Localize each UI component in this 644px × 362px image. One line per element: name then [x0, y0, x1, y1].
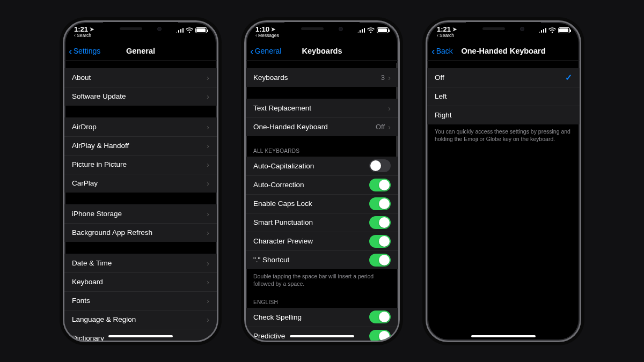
cell-enable-caps-lock[interactable]: Enable Caps Lock: [246, 194, 398, 213]
cell-check-spelling[interactable]: Check Spelling: [246, 308, 398, 327]
settings-group: Keyboards3›: [246, 68, 398, 87]
cell-text-replacement[interactable]: Text Replacement›: [246, 99, 398, 117]
cell-accessory: ›: [207, 277, 209, 286]
cell-label: Software Update: [72, 92, 126, 100]
breadcrumb-back[interactable]: ‹Search: [74, 33, 91, 38]
toggle-predictive[interactable]: [369, 330, 391, 341]
toggle-shortcut[interactable]: [369, 254, 391, 267]
toggle-smart-punctuation[interactable]: [369, 216, 391, 229]
wifi-icon: [548, 27, 556, 33]
location-icon: ➤: [90, 26, 94, 32]
chevron-right-icon: ›: [388, 122, 391, 131]
cell-label: Text Replacement: [253, 104, 311, 112]
cell-group: iPhone Storage›Background App Refresh›: [64, 204, 217, 242]
cell-accessory: [369, 235, 391, 248]
chevron-right-icon: ›: [207, 179, 209, 188]
phone-keyboards: 1:10➤ ‹Messages ‹General Keyboards Keybo…: [244, 20, 400, 342]
home-indicator[interactable]: [471, 335, 536, 337]
settings-content[interactable]: Off✓LeftRightYou can quickly access thes…: [427, 61, 580, 341]
back-button[interactable]: ‹General: [250, 42, 281, 60]
cell-language-region[interactable]: Language & Region›: [64, 310, 217, 329]
cell-fonts[interactable]: Fonts›: [64, 291, 217, 310]
cell-about[interactable]: About›: [64, 68, 217, 87]
cell-label: Fonts: [72, 297, 90, 305]
chevron-right-icon: ›: [207, 141, 209, 150]
checkmark-icon: ✓: [565, 72, 572, 83]
cell-auto-correction[interactable]: Auto-Correction: [246, 175, 398, 194]
notch: [466, 22, 541, 36]
cell-date-time[interactable]: Date & Time›: [64, 254, 217, 272]
chevron-left-icon: ‹: [431, 46, 435, 56]
back-label: Settings: [74, 47, 101, 55]
cell-label: CarPlay: [72, 179, 98, 187]
cell-accessory: ›: [207, 73, 209, 82]
cell-one-handed-keyboard[interactable]: One-Handed KeyboardOff›: [246, 117, 398, 136]
cell-left[interactable]: Left: [427, 87, 580, 106]
cell-value: Off: [376, 123, 385, 131]
toggle-character-preview[interactable]: [369, 235, 391, 248]
cell-accessory: [369, 197, 391, 210]
back-label: Back: [436, 47, 453, 55]
cell-airplay-handoff[interactable]: AirPlay & Handoff›: [64, 136, 217, 155]
cell-software-update[interactable]: Software Update›: [64, 87, 217, 106]
cell-accessory: [369, 330, 391, 341]
notch: [103, 22, 178, 36]
battery-icon: [558, 27, 570, 33]
cell-label: Dictionary: [72, 334, 104, 341]
page-title: Keyboards: [302, 47, 342, 55]
cell-right[interactable]: Right: [427, 106, 580, 124]
cell-character-preview[interactable]: Character Preview: [246, 232, 398, 250]
cell-shortcut[interactable]: "." Shortcut: [246, 250, 398, 269]
settings-group: Date & Time›Keyboard›Fonts›Language & Re…: [64, 254, 217, 341]
settings-group: iPhone Storage›Background App Refresh›: [64, 204, 217, 242]
toggle-enable-caps-lock[interactable]: [369, 197, 391, 210]
settings-group: ENGLISHCheck SpellingPredictiveSlide to …: [246, 299, 398, 341]
settings-content[interactable]: About›Software Update›AirDrop›AirPlay & …: [64, 61, 217, 341]
cell-accessory: ›: [207, 179, 209, 188]
back-button[interactable]: ‹Back: [431, 42, 453, 60]
cell-group: Text Replacement›One-Handed KeyboardOff›: [246, 99, 398, 136]
cell-label: Right: [435, 111, 452, 119]
home-indicator[interactable]: [108, 335, 173, 337]
breadcrumb-back[interactable]: ‹Search: [437, 33, 454, 38]
cell-iphone-storage[interactable]: iPhone Storage›: [64, 204, 217, 223]
cell-label: AirPlay & Handoff: [72, 142, 129, 150]
cell-label: AirDrop: [72, 123, 97, 131]
cell-auto-capitalization[interactable]: Auto-Capitalization: [246, 157, 398, 175]
cell-accessory: ›: [207, 122, 209, 131]
cell-accessory: Off›: [376, 122, 391, 131]
cell-carplay[interactable]: CarPlay›: [64, 174, 217, 193]
cell-predictive[interactable]: Predictive: [246, 327, 398, 341]
page-title: General: [126, 47, 155, 55]
cell-accessory: [369, 159, 391, 172]
cell-accessory: 3›: [381, 73, 391, 82]
cell-dictionary[interactable]: Dictionary›: [64, 329, 217, 341]
back-button[interactable]: ‹Settings: [69, 42, 100, 60]
cell-off[interactable]: Off✓: [427, 68, 580, 87]
location-icon: ➤: [271, 26, 275, 32]
chevron-right-icon: ›: [207, 92, 209, 101]
cell-accessory: [369, 216, 391, 229]
cell-smart-punctuation[interactable]: Smart Punctuation: [246, 213, 398, 232]
toggle-check-spelling[interactable]: [369, 311, 391, 323]
cell-airdrop[interactable]: AirDrop›: [64, 117, 217, 136]
cell-label: About: [72, 73, 91, 82]
cell-background-app-refresh[interactable]: Background App Refresh›: [64, 223, 217, 242]
cell-label: Keyboard: [72, 278, 103, 286]
chevron-right-icon: ›: [388, 104, 391, 113]
toggle-auto-correction[interactable]: [369, 179, 391, 191]
toggle-auto-capitalization[interactable]: [369, 159, 391, 172]
cell-accessory: ›: [207, 315, 209, 324]
cell-picture-in-picture[interactable]: Picture in Picture›: [64, 155, 217, 174]
settings-content[interactable]: Keyboards3›Text Replacement›One-Handed K…: [246, 61, 398, 341]
breadcrumb-back[interactable]: ‹Messages: [255, 33, 279, 38]
chevron-right-icon: ›: [207, 122, 209, 131]
cell-group: Auto-CapitalizationAuto-CorrectionEnable…: [246, 157, 398, 269]
cell-keyboards[interactable]: Keyboards3›: [246, 68, 398, 87]
wifi-icon: [186, 27, 193, 33]
cell-group: AirDrop›AirPlay & Handoff›Picture in Pic…: [64, 117, 217, 193]
home-indicator[interactable]: [290, 335, 354, 337]
cell-keyboard[interactable]: Keyboard›: [64, 272, 217, 291]
cell-accessory: ›: [207, 92, 209, 101]
cell-label: Date & Time: [72, 259, 112, 267]
